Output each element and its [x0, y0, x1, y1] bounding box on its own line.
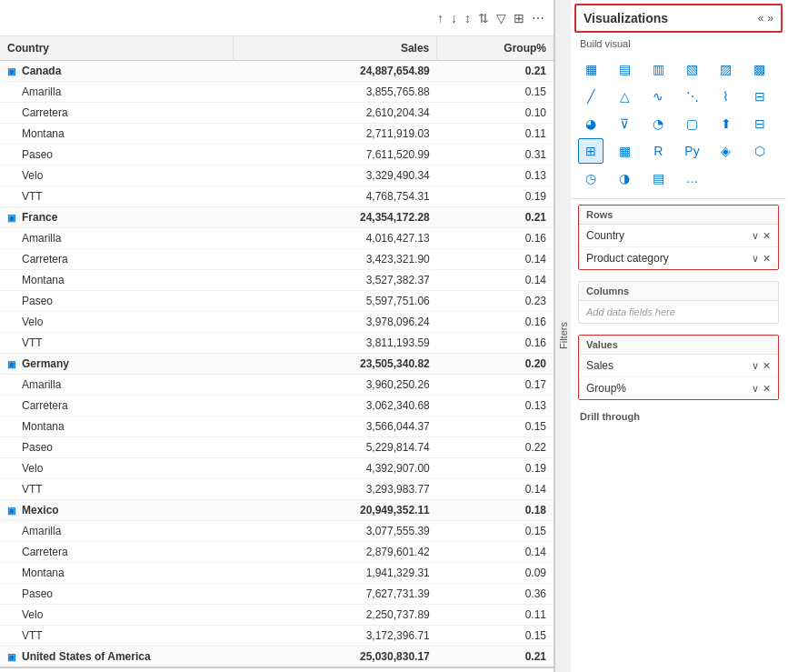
- data-name-cell: Montana: [0, 416, 233, 437]
- data-percent-cell: 0.17: [437, 375, 554, 396]
- card-icon[interactable]: ▢: [680, 111, 705, 136]
- data-table: Country Sales Group% ▣ Canada 24,887,654…: [0, 36, 554, 672]
- data-sales-cell: 3,062,340.68: [233, 396, 436, 416]
- line2-icon[interactable]: ∿: [645, 84, 671, 109]
- field-product-category-chevron[interactable]: ∨: [752, 253, 759, 265]
- stacked-bar-chart-icon[interactable]: ▦: [578, 56, 603, 82]
- table-row: Montana 2,711,919.03 0.11: [0, 124, 554, 145]
- expand-icon[interactable]: ⇅: [478, 11, 489, 25]
- shape-map-icon[interactable]: ⬡: [747, 138, 773, 164]
- bar-h3-icon[interactable]: ▩: [747, 56, 773, 82]
- gauge-icon[interactable]: ◔: [645, 111, 671, 136]
- data-name-cell: Amarilla: [0, 375, 233, 396]
- pie-icon[interactable]: ◕: [578, 111, 603, 136]
- total-sales-cell: 118,726,350.26: [233, 667, 436, 672]
- field-item-product-category[interactable]: Product category ∨ ✕: [579, 247, 778, 269]
- field-product-category-remove[interactable]: ✕: [763, 253, 771, 265]
- data-name-cell: Velo: [0, 458, 233, 479]
- waterfall-icon[interactable]: ⊟: [747, 84, 773, 109]
- matrix-icon[interactable]: ▦: [612, 138, 637, 164]
- field-group-remove[interactable]: ✕: [763, 383, 771, 395]
- field-group-chevron[interactable]: ∨: [752, 383, 759, 395]
- expand-collapse-icon[interactable]: ▣: [7, 359, 18, 369]
- sort-asc-icon[interactable]: ↑: [437, 11, 444, 25]
- group-label: Mexico: [22, 504, 59, 517]
- more-visuals-icon[interactable]: …: [680, 165, 705, 191]
- field-item-group[interactable]: Group% ∨ ✕: [579, 377, 778, 399]
- data-name-cell: Carretera: [0, 396, 233, 416]
- viz-chevrons: « »: [758, 12, 773, 25]
- field-country-chevron[interactable]: ∨: [752, 230, 759, 242]
- data-table-container: Country Sales Group% ▣ Canada 24,887,654…: [0, 36, 554, 672]
- data-sales-cell: 5,229,814.74: [233, 437, 436, 458]
- r-visual-icon[interactable]: R: [645, 138, 671, 164]
- ai3-icon[interactable]: ▤: [645, 165, 671, 191]
- scatter-icon[interactable]: ⋱: [680, 84, 705, 109]
- expand-collapse-icon[interactable]: ▣: [7, 652, 18, 662]
- data-sales-cell: 5,597,751.06: [233, 291, 436, 312]
- sort-desc-icon[interactable]: ↓: [451, 11, 457, 25]
- table-panel: ↑ ↓ ↕ ⇅ ▽ ⊞ ⋯ Country Sales Group% ▣ Can…: [0, 0, 554, 672]
- data-name-cell: VTT: [0, 186, 233, 207]
- field-sales-remove[interactable]: ✕: [763, 360, 771, 372]
- toolbar: ↑ ↓ ↕ ⇅ ▽ ⊞ ⋯: [0, 0, 554, 36]
- field-country-remove[interactable]: ✕: [763, 230, 771, 242]
- expand-collapse-icon[interactable]: ▣: [7, 213, 18, 223]
- area-chart-icon[interactable]: △: [612, 84, 637, 109]
- data-sales-cell: 3,978,096.24: [233, 312, 436, 333]
- line-chart-icon[interactable]: ╱: [578, 84, 603, 109]
- data-percent-cell: 0.15: [437, 82, 554, 103]
- table-row: Amarilla 3,077,555.39 0.15: [0, 521, 554, 542]
- col-header-sales[interactable]: Sales: [233, 36, 436, 61]
- data-name-cell: Paseo: [0, 291, 233, 312]
- data-name-cell: Paseo: [0, 145, 233, 165]
- table-icon[interactable]: ⊞: [578, 138, 603, 164]
- data-percent-cell: 0.14: [437, 249, 554, 270]
- col-header-group[interactable]: Group%: [437, 36, 554, 61]
- sort-both-icon[interactable]: ↕: [464, 11, 471, 25]
- group-label: France: [22, 211, 57, 224]
- py-visual-icon[interactable]: Py: [680, 138, 705, 164]
- data-percent-cell: 0.13: [437, 165, 554, 186]
- ai2-icon[interactable]: ◑: [612, 165, 637, 191]
- expand-collapse-icon[interactable]: ▣: [7, 506, 18, 516]
- table-row: Paseo 7,611,520.99 0.31: [0, 145, 554, 165]
- expand-collapse-icon[interactable]: ▣: [7, 66, 18, 76]
- col-header-country[interactable]: Country: [0, 36, 233, 61]
- filters-strip[interactable]: Filters: [554, 0, 571, 672]
- more-icon[interactable]: ⋯: [532, 11, 544, 25]
- clustered-bar-icon[interactable]: ▤: [612, 56, 637, 82]
- grouped-bar-icon[interactable]: ▥: [645, 56, 671, 82]
- field-group-label: Group%: [586, 382, 626, 395]
- chevron-left-icon[interactable]: «: [758, 12, 764, 25]
- viz-panel: Visualizations « » Build visual ▦▤▥▧▨▩╱△…: [571, 0, 786, 672]
- funnel-icon[interactable]: ⊽: [612, 111, 637, 136]
- kpi-icon[interactable]: ⬆: [713, 111, 739, 136]
- field-item-sales[interactable]: Sales ∨ ✕: [579, 355, 778, 377]
- chevron-right-icon[interactable]: »: [767, 12, 773, 25]
- field-sales-chevron[interactable]: ∨: [752, 360, 759, 372]
- table-row: Amarilla 4,016,427.13 0.16: [0, 228, 554, 249]
- table-row: Carretera 2,879,601.42 0.14: [0, 542, 554, 563]
- field-item-country[interactable]: Country ∨ ✕: [579, 225, 778, 247]
- data-sales-cell: 3,293,983.77: [233, 479, 436, 500]
- ai1-icon[interactable]: ◷: [578, 165, 603, 191]
- slicer-icon[interactable]: ⊟: [747, 111, 773, 136]
- total-label-cell: Total: [0, 667, 233, 672]
- data-name-cell: Velo: [0, 312, 233, 333]
- filter-icon[interactable]: ▽: [496, 11, 506, 25]
- focus-icon[interactable]: ⊞: [514, 11, 524, 25]
- table-row: VTT 3,811,193.59 0.16: [0, 333, 554, 354]
- data-name-cell: Montana: [0, 270, 233, 291]
- field-sales-label: Sales: [586, 359, 613, 372]
- bar-h-icon[interactable]: ▧: [680, 56, 705, 82]
- field-product-category-label: Product category: [586, 252, 669, 265]
- data-name-cell: Carretera: [0, 103, 233, 124]
- ribbon-icon[interactable]: ⌇: [713, 84, 739, 109]
- bar-h2-icon[interactable]: ▨: [713, 56, 739, 82]
- map-icon[interactable]: ◈: [713, 138, 739, 164]
- data-percent-cell: 0.16: [437, 333, 554, 354]
- table-row: Amarilla 3,960,250.26 0.17: [0, 375, 554, 396]
- data-percent-cell: 0.15: [437, 626, 554, 647]
- data-percent-cell: 0.14: [437, 270, 554, 291]
